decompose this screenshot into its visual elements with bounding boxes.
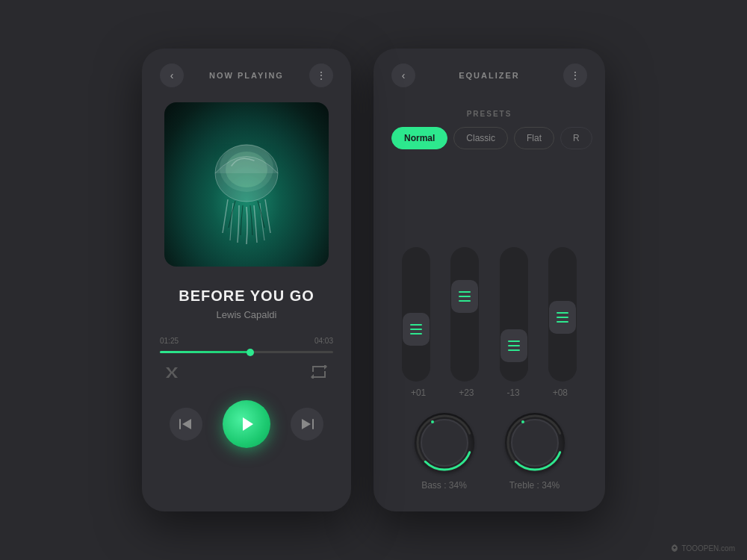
- slider-value-4: +08: [553, 388, 568, 398]
- preset-classic[interactable]: Classic: [453, 127, 508, 149]
- knobs-row: Bass : 34% Treble : 34%: [391, 413, 587, 491]
- treble-knob[interactable]: [505, 413, 565, 473]
- eq-header: ‹ EQUALIZER ⋮: [391, 63, 587, 87]
- slider-col-1: [402, 247, 430, 382]
- values-row: +01 +23 -13 +08: [391, 388, 587, 398]
- slider-value-3: -13: [506, 388, 519, 398]
- progress-bar[interactable]: [160, 351, 333, 353]
- thumb-lines-1: [410, 324, 422, 335]
- svg-rect-6: [312, 419, 314, 429]
- eq-card: ‹ EQUALIZER ⋮ PRESETS Normal Classic Fla…: [374, 49, 605, 511]
- eq-back-button[interactable]: ‹: [391, 63, 415, 87]
- treble-label: Treble : 34%: [509, 480, 560, 491]
- thumb-line: [410, 333, 422, 335]
- slider-value-1: +01: [411, 388, 426, 398]
- presets-row: Normal Classic Flat R: [391, 127, 592, 149]
- slider-thumb-3[interactable]: [500, 329, 527, 362]
- slider-col-2: [450, 247, 479, 382]
- slider-track-3[interactable]: [500, 247, 528, 382]
- progress-dot: [247, 349, 254, 356]
- slider-thumb-1[interactable]: [403, 313, 430, 346]
- watermark-text: TOOOPEN.com: [682, 544, 736, 553]
- slider-value-2: +23: [459, 388, 474, 398]
- repeat-button[interactable]: [311, 365, 327, 382]
- preset-flat[interactable]: Flat: [514, 127, 554, 149]
- total-time: 04:03: [314, 337, 333, 345]
- thumb-line: [508, 345, 520, 346]
- bass-label: Bass : 34%: [421, 480, 467, 491]
- svg-marker-7: [302, 419, 311, 429]
- knob-treble-col: Treble : 34%: [505, 413, 565, 491]
- player-header: ‹ NOW PLAYING ⋮: [160, 63, 333, 87]
- chevron-left-icon: ‹: [170, 69, 174, 81]
- song-title: BEFORE YOU GO: [179, 287, 314, 305]
- slider-track-4[interactable]: [548, 247, 577, 382]
- eq-header-title: EQUALIZER: [459, 71, 520, 80]
- jellyfish-image: [164, 102, 329, 267]
- slider-track-1[interactable]: [402, 247, 430, 382]
- sliders-section: +01 +23 -13 +08: [391, 170, 587, 413]
- controls-row: [160, 365, 333, 382]
- time-row: 01:25 04:03: [160, 337, 333, 345]
- play-button[interactable]: [223, 400, 270, 448]
- preset-extra[interactable]: R: [560, 127, 592, 149]
- player-back-button[interactable]: ‹: [160, 63, 184, 87]
- svg-marker-4: [182, 419, 191, 429]
- jellyfish-svg: [194, 125, 299, 244]
- thumb-line: [410, 324, 422, 326]
- more-icon: ⋮: [316, 69, 326, 81]
- slider-thumb-4[interactable]: [549, 301, 576, 334]
- player-card: ‹ NOW PLAYING ⋮: [142, 49, 351, 511]
- next-button[interactable]: [291, 408, 323, 441]
- thumb-line: [557, 321, 568, 323]
- album-art: [164, 102, 329, 267]
- thumb-line: [557, 312, 568, 314]
- thumb-line: [410, 329, 422, 330]
- sliders-row: [391, 170, 587, 388]
- slider-track-2[interactable]: [450, 247, 479, 382]
- current-time: 01:25: [160, 337, 179, 345]
- slider-col-3: [500, 247, 528, 382]
- player-header-title: NOW PLAYING: [209, 71, 284, 80]
- song-artist: Lewis Capaldi: [217, 309, 277, 320]
- thumb-line: [459, 291, 471, 293]
- bass-arc: [415, 413, 474, 473]
- shuffle-button[interactable]: [166, 366, 182, 382]
- eq-menu-button[interactable]: ⋮: [563, 63, 587, 87]
- chevron-left-icon: ‹: [402, 69, 406, 81]
- thumb-lines-2: [459, 291, 471, 302]
- thumb-lines-4: [557, 312, 568, 323]
- watermark-icon: [670, 544, 679, 553]
- knob-bass-col: Bass : 34%: [415, 413, 474, 491]
- bass-knob[interactable]: [415, 413, 474, 473]
- prev-button[interactable]: [170, 408, 202, 441]
- thumb-line: [508, 340, 520, 342]
- thumb-line: [508, 349, 520, 351]
- preset-normal[interactable]: Normal: [391, 127, 447, 149]
- playback-row: [160, 400, 333, 448]
- watermark: TOOOPEN.com: [670, 544, 736, 553]
- more-icon: ⋮: [570, 69, 580, 81]
- thumb-line: [459, 300, 471, 302]
- thumb-lines-3: [508, 340, 520, 351]
- svg-rect-13: [674, 547, 675, 549]
- player-menu-button[interactable]: ⋮: [309, 63, 333, 87]
- thumb-line: [459, 296, 471, 297]
- treble-arc: [505, 413, 565, 473]
- slider-col-4: [548, 247, 577, 382]
- bass-knob-indicator: [431, 420, 434, 423]
- svg-marker-5: [243, 417, 253, 431]
- treble-knob-indicator: [521, 420, 524, 423]
- svg-rect-3: [179, 419, 181, 429]
- progress-fill: [160, 351, 250, 353]
- slider-thumb-2[interactable]: [451, 280, 478, 313]
- progress-section: 01:25 04:03: [160, 337, 333, 353]
- presets-label: PRESETS: [467, 110, 512, 118]
- thumb-line: [557, 317, 568, 318]
